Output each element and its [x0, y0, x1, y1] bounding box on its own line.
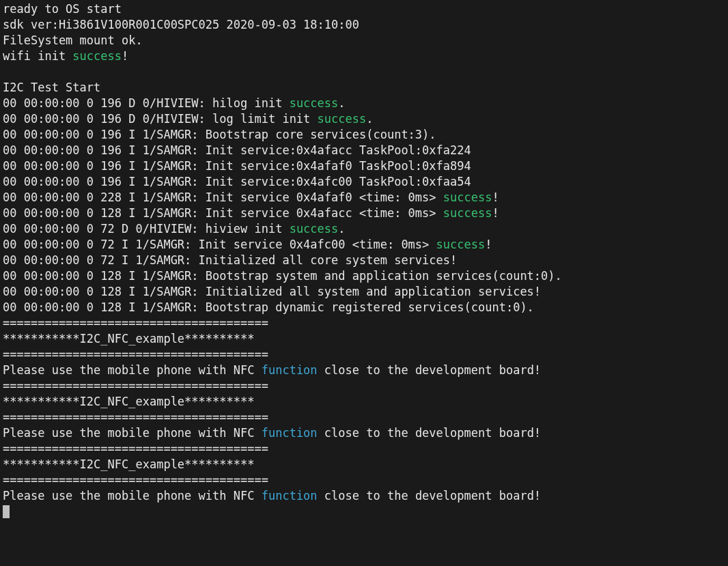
terminal-line: ====================================== [3, 379, 268, 393]
terminal-keyword: success [290, 222, 339, 236]
terminal-text: 00 00:00:00 0 196 D 0/HIVIEW: log limit … [3, 112, 318, 126]
terminal-line: ====================================== [3, 442, 268, 455]
terminal-text: 00 00:00:00 0 128 I 1/SAMGR: Bootstrap d… [3, 300, 534, 314]
terminal-line: 00 00:00:00 0 196 I 1/SAMGR: Init servic… [3, 175, 471, 188]
terminal-line: 00 00:00:00 0 128 I 1/SAMGR: Bootstrap s… [3, 269, 562, 283]
terminal-line: ====================================== [3, 473, 268, 487]
terminal-line: 00 00:00:00 0 128 I 1/SAMGR: Bootstrap d… [3, 300, 534, 314]
terminal-line: FileSystem mount ok. [3, 33, 143, 47]
terminal-text: ====================================== [3, 410, 268, 424]
terminal-text: Please use the mobile phone with NFC [3, 489, 262, 503]
terminal-keyword: function [262, 363, 318, 377]
terminal-line: ***********I2C_NFC_example********** [3, 457, 254, 471]
terminal-keyword: success [443, 190, 492, 204]
terminal-cursor [3, 505, 10, 518]
terminal-text: ***********I2C_NFC_example********** [3, 457, 254, 471]
terminal-keyword: function [262, 426, 318, 440]
terminal-line: wifi init success! [3, 49, 128, 63]
terminal-text: 00 00:00:00 0 196 D 0/HIVIEW: hilog init [3, 96, 290, 110]
terminal-line: ====================================== [3, 348, 268, 361]
terminal-line: 00 00:00:00 0 128 I 1/SAMGR: Init servic… [3, 206, 499, 220]
terminal-text: FileSystem mount ok. [3, 33, 143, 47]
terminal-text: 00 00:00:00 0 72 I 1/SAMGR: Init service… [3, 238, 436, 251]
terminal-text: 00 00:00:00 0 72 D 0/HIVIEW: hiview init [3, 222, 290, 236]
terminal-line: 00 00:00:00 0 196 D 0/HIVIEW: hilog init… [3, 96, 346, 110]
terminal-keyword: success [443, 206, 492, 220]
terminal-keyword: function [262, 489, 318, 503]
terminal-line: 00 00:00:00 0 196 I 1/SAMGR: Init servic… [3, 143, 471, 157]
terminal-text: 00 00:00:00 0 196 I 1/SAMGR: Init servic… [3, 143, 471, 157]
terminal-text: ! [492, 190, 499, 204]
terminal-text: 00 00:00:00 0 196 I 1/SAMGR: Init servic… [3, 175, 471, 188]
terminal-line: 00 00:00:00 0 196 D 0/HIVIEW: log limit … [3, 112, 373, 126]
terminal-text: ====================================== [3, 473, 268, 487]
terminal-text: ====================================== [3, 316, 268, 330]
terminal-text: ! [485, 238, 492, 251]
terminal-line: Please use the mobile phone with NFC fun… [3, 426, 541, 440]
terminal-text: 00 00:00:00 0 72 I 1/SAMGR: Initialized … [3, 253, 457, 267]
terminal-keyword: success [290, 96, 339, 110]
terminal-line: ***********I2C_NFC_example********** [3, 395, 254, 408]
terminal-line: I2C Test Start [3, 81, 100, 94]
terminal-line: 00 00:00:00 0 72 I 1/SAMGR: Init service… [3, 238, 492, 251]
terminal-line: 00 00:00:00 0 128 I 1/SAMGR: Initialized… [3, 285, 541, 298]
terminal-text: ***********I2C_NFC_example********** [3, 332, 254, 345]
terminal-text: 00 00:00:00 0 128 I 1/SAMGR: Initialized… [3, 285, 541, 298]
terminal-line: 00 00:00:00 0 72 I 1/SAMGR: Initialized … [3, 253, 457, 267]
terminal-line: ====================================== [3, 410, 268, 424]
terminal-text: close to the development board! [318, 489, 542, 503]
terminal-keyword: success [318, 112, 367, 126]
terminal-text: 00 00:00:00 0 128 I 1/SAMGR: Init servic… [3, 206, 443, 220]
terminal-line: Please use the mobile phone with NFC fun… [3, 363, 541, 377]
terminal-line: ***********I2C_NFC_example********** [3, 332, 254, 345]
terminal-text: ====================================== [3, 379, 268, 393]
terminal-text: I2C Test Start [3, 81, 100, 94]
terminal-text: close to the development board! [318, 363, 542, 377]
terminal-text: . [366, 112, 373, 126]
terminal-line: ====================================== [3, 316, 268, 330]
terminal-text: ! [492, 206, 499, 220]
terminal-text: 00 00:00:00 0 128 I 1/SAMGR: Bootstrap s… [3, 269, 562, 283]
terminal-line: sdk ver:Hi3861V100R001C00SPC025 2020-09-… [3, 18, 359, 31]
terminal-text: close to the development board! [318, 426, 542, 440]
terminal-text: sdk ver:Hi3861V100R001C00SPC025 2020-09-… [3, 18, 359, 31]
terminal-output[interactable]: ready to OS start sdk ver:Hi3861V100R001… [0, 0, 728, 520]
terminal-text: ! [122, 49, 128, 63]
terminal-text: Please use the mobile phone with NFC [3, 426, 262, 440]
terminal-keyword: success [436, 238, 486, 251]
terminal-line: 00 00:00:00 0 228 I 1/SAMGR: Init servic… [3, 190, 499, 204]
terminal-keyword: success [72, 49, 122, 63]
terminal-text: ====================================== [3, 442, 268, 455]
terminal-line: ready to OS start [3, 2, 122, 16]
terminal-text: . [338, 222, 345, 236]
terminal-text: 00 00:00:00 0 196 I 1/SAMGR: Init servic… [3, 159, 471, 173]
terminal-line: Please use the mobile phone with NFC fun… [3, 489, 541, 503]
terminal-text: wifi init [3, 49, 72, 63]
terminal-line: 00 00:00:00 0 72 D 0/HIVIEW: hiview init… [3, 222, 346, 236]
terminal-text: 00 00:00:00 0 228 I 1/SAMGR: Init servic… [3, 190, 443, 204]
terminal-text: . [338, 96, 345, 110]
terminal-text: ====================================== [3, 348, 268, 361]
terminal-text: 00 00:00:00 0 196 I 1/SAMGR: Bootstrap c… [3, 128, 436, 141]
terminal-text: Please use the mobile phone with NFC [3, 363, 262, 377]
terminal-text: ***********I2C_NFC_example********** [3, 395, 254, 408]
terminal-line: 00 00:00:00 0 196 I 1/SAMGR: Init servic… [3, 159, 471, 173]
terminal-line: 00 00:00:00 0 196 I 1/SAMGR: Bootstrap c… [3, 128, 436, 141]
terminal-text: ready to OS start [3, 2, 122, 16]
terminal-cursor-line [3, 505, 10, 518]
